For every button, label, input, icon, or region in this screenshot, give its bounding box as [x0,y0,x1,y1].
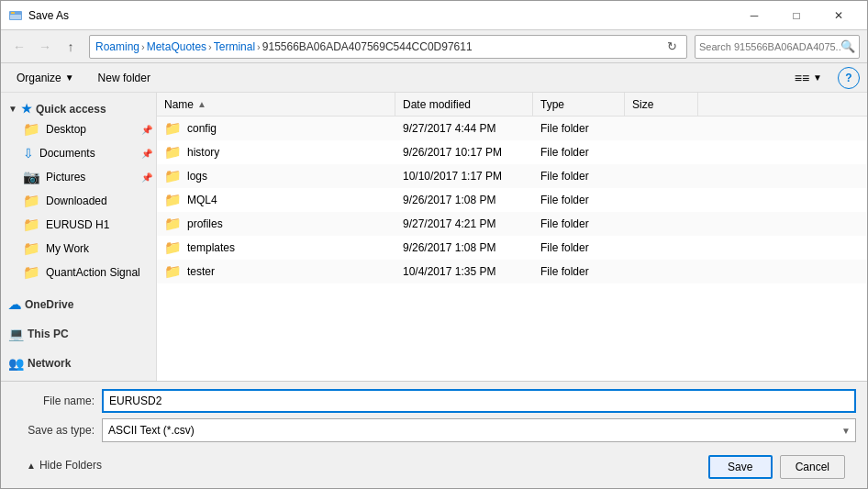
minimize-button[interactable]: ─ [733,1,775,30]
sidebar-item-eurusd[interactable]: 📁 EURUSD H1 [1,213,156,237]
bottom-footer: ▲ Hide Folders Save Cancel [12,448,856,481]
column-size-header[interactable]: Size [625,93,698,116]
file-type-cell: File folder [533,260,625,283]
column-name-header[interactable]: Name ▲ [157,93,395,116]
this-pc-item[interactable]: 💻 This PC [1,321,156,343]
file-date-cell: 9/26/2017 1:08 PM [395,188,533,211]
svg-rect-2 [11,12,15,14]
navigation-toolbar: ← → ↑ Roaming › MetaQuotes › Terminal › … [1,30,867,63]
onedrive-item[interactable]: ☁ OneDrive [1,292,156,314]
network-icon: 👥 [8,356,24,371]
file-date-cell: 9/26/2017 10:17 PM [395,140,533,163]
file-size-cell [625,236,698,259]
address-refresh-button[interactable]: ↻ [662,38,681,56]
file-name: config [187,122,217,135]
folder-icon: 📁 [164,239,182,256]
table-row[interactable]: 📁 logs 10/10/2017 1:17 PM File folder [157,164,867,188]
breadcrumb-metaquotes[interactable]: MetaQuotes [147,40,206,53]
sidebar-item-documents[interactable]: ⇩ Documents 📌 [1,141,156,165]
app-icon [8,8,23,23]
forward-button[interactable]: → [34,36,56,58]
main-content: ▼ ★ Quick access 📁 Desktop 📌 ⇩ Documents… [1,93,867,381]
breadcrumb-terminal[interactable]: Terminal [214,40,255,53]
file-type-cell: File folder [533,117,625,139]
sidebar-item-pictures[interactable]: 📷 Pictures 📌 [1,165,156,189]
svg-rect-1 [10,15,21,19]
file-date-cell: 10/4/2017 1:35 PM [395,260,533,283]
file-rows: 📁 config 9/27/2017 4:44 PM File folder 📁… [157,117,867,283]
sidebar-item-desktop[interactable]: 📁 Desktop 📌 [1,117,156,141]
file-name-cell: 📁 logs [157,164,395,187]
view-menu-button[interactable]: ≡≡ ▼ [786,67,830,89]
folder-icon: 📁 [164,168,182,184]
column-type-header[interactable]: Type [533,93,625,116]
table-row[interactable]: 📁 history 9/26/2017 10:17 PM File folder [157,140,867,164]
close-button[interactable]: ✕ [818,1,860,30]
file-name-cell: 📁 templates [157,236,395,259]
action-buttons: Save Cancel [708,455,845,479]
file-type-cell: File folder [533,188,625,211]
bottom-bar: File name: Save as type: ASCII Text (*.c… [1,381,867,488]
table-row[interactable]: 📁 templates 9/26/2017 1:08 PM File folde… [157,236,867,260]
help-button[interactable]: ? [838,67,860,89]
folder-icon: 📁 [164,144,182,161]
search-bar[interactable]: 🔍 [695,35,860,59]
pin-icon: 📌 [141,125,152,135]
file-name: MQL4 [187,194,217,206]
table-row[interactable]: 📁 config 9/27/2017 4:44 PM File folder [157,117,867,140]
sidebar-separator [1,284,156,292]
file-type-cell: File folder [533,164,625,187]
quick-access-header[interactable]: ▼ ★ Quick access [1,96,156,117]
folder-icon: 📁 [23,264,40,281]
file-date-cell: 10/10/2017 1:17 PM [395,164,533,187]
organize-button[interactable]: Organize ▼ [8,67,83,89]
chevron-down-icon: ▼ [8,104,17,114]
file-size-cell [625,164,698,187]
file-name-cell: 📁 MQL4 [157,188,395,211]
file-size-cell [625,260,698,283]
hide-folders-button[interactable]: ▲ Hide Folders [23,457,106,473]
search-input[interactable] [699,41,840,52]
save-button[interactable]: Save [708,455,773,479]
file-name-cell: 📁 profiles [157,212,395,235]
chevron-down-icon: ▼ [65,72,74,83]
table-row[interactable]: 📁 profiles 9/27/2017 4:21 PM File folder [157,212,867,236]
onedrive-icon: ☁ [8,297,21,312]
sidebar-separator-2 [1,314,156,321]
column-date-header[interactable]: Date modified [395,93,533,116]
folder-icon: 📁 [23,193,40,209]
back-button[interactable]: ← [8,36,30,58]
table-row[interactable]: 📁 MQL4 9/26/2017 1:08 PM File folder [157,188,867,212]
table-row[interactable]: 📁 tester 10/4/2017 1:35 PM File folder [157,260,867,283]
chevron-down-icon: ▼ [813,72,822,83]
file-type-cell: File folder [533,212,625,235]
breadcrumb-roaming[interactable]: Roaming [95,40,139,53]
folder-icon: 📁 [23,240,40,257]
file-name-cell: 📁 config [157,117,395,139]
up-button[interactable]: ↑ [60,36,82,58]
savetype-select-wrapper: ASCII Text (*.csv) CSV (*.csv) Text (*.t… [102,418,856,442]
sidebar-separator-3 [1,343,156,350]
sidebar-item-mywork[interactable]: 📁 My Work [1,237,156,261]
filename-label: File name: [12,395,95,407]
savetype-select[interactable]: ASCII Text (*.csv) CSV (*.csv) Text (*.t… [102,418,856,442]
file-size-cell [625,117,698,139]
window-title: Save As [28,9,733,22]
new-folder-button[interactable]: New folder [90,67,159,89]
search-icon[interactable]: 🔍 [840,39,855,53]
address-bar[interactable]: Roaming › MetaQuotes › Terminal › 915566… [89,35,687,59]
network-item[interactable]: 👥 Network [1,350,156,372]
sidebar-item-downloaded[interactable]: 📁 Downloaded [1,189,156,213]
breadcrumb-current: 915566BA06ADA407569C544CC0D97611 [262,40,473,53]
file-type-cell: File folder [533,140,625,163]
folder-icon: 📁 [164,263,182,280]
maximize-button[interactable]: □ [775,1,818,30]
folder-icon: 📁 [164,216,182,232]
file-name-cell: 📁 history [157,140,395,163]
sidebar-item-quantaction[interactable]: 📁 QuantAction Signal [1,261,156,284]
cancel-button[interactable]: Cancel [780,455,845,479]
filename-input[interactable] [102,389,856,413]
window-controls: ─ □ ✕ [733,1,860,30]
pin-icon: 📌 [141,149,152,159]
computer-icon: 💻 [8,327,24,341]
